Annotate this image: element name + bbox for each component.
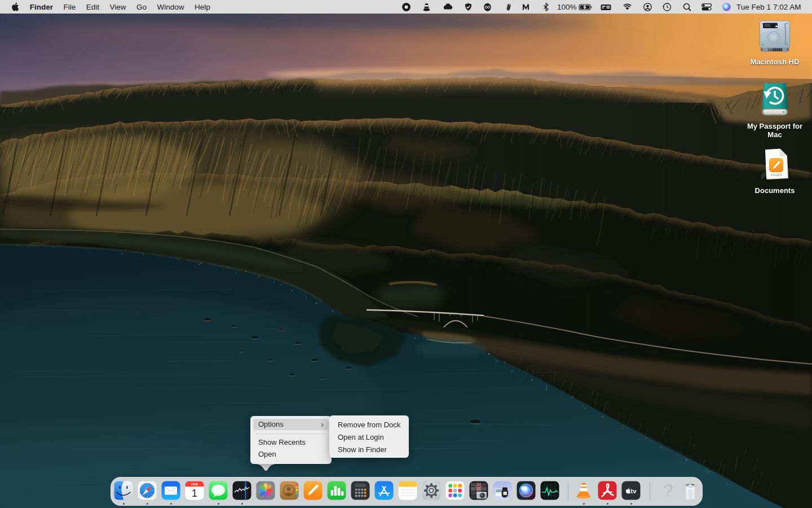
svg-text:tv: tv (630, 488, 637, 494)
svg-text:1: 1 (192, 488, 197, 499)
svg-text:PAGES: PAGES (771, 173, 782, 177)
svg-text:FEB: FEB (191, 483, 198, 486)
svg-text:?: ? (663, 481, 673, 500)
